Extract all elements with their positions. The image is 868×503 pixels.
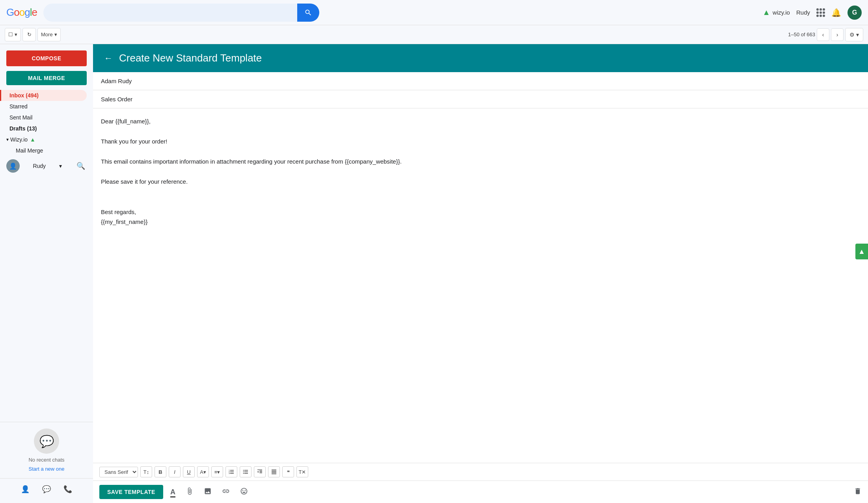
- contacts-icon[interactable]: 👤: [19, 483, 31, 495]
- mail-merge-button[interactable]: MAIL MERGE: [6, 71, 87, 85]
- attachment-button[interactable]: [183, 486, 197, 499]
- google-logo: Google: [6, 6, 37, 19]
- chat-icon[interactable]: 💬: [41, 483, 52, 495]
- user-avatar: 👤: [6, 159, 20, 173]
- top-bar: Google ▲ wizy.io Rudy 🔔 G: [0, 0, 868, 25]
- start-new-link[interactable]: Start a new one: [28, 466, 64, 472]
- sidebar-bottom: 💬 No recent chats Start a new one: [0, 422, 93, 478]
- drafts-label: Drafts: [9, 125, 25, 132]
- font-size-button[interactable]: T↕: [140, 466, 152, 477]
- top-right: ▲ wizy.io Rudy 🔔 G: [762, 6, 862, 20]
- apps-icon[interactable]: [816, 8, 825, 17]
- wizy-tree-icon: ▲: [762, 8, 770, 17]
- notifications-icon[interactable]: 🔔: [831, 8, 841, 17]
- wizy-logo: ▲ wizy.io: [762, 8, 790, 17]
- email-body[interactable]: Dear {{full_name}}, Thank you for your o…: [93, 108, 868, 463]
- from-field: Adam Rudy: [93, 72, 868, 90]
- sidebar-item-mail-merge[interactable]: Mail Merge: [0, 145, 93, 156]
- more-arrow-icon: ▾: [54, 32, 57, 37]
- starred-label: Starred: [9, 103, 28, 110]
- numbered-list-button[interactable]: [225, 466, 237, 477]
- subject-field: Sales Order: [93, 90, 868, 108]
- page-prev-button[interactable]: ‹: [817, 28, 829, 41]
- underline-button[interactable]: U: [183, 466, 195, 477]
- settings-icon: ⚙: [849, 32, 855, 38]
- sent-label: Sent Mail: [9, 114, 32, 121]
- link-button[interactable]: [219, 486, 233, 499]
- sidebar-search-button[interactable]: 🔍: [75, 160, 87, 172]
- right-bell-icon[interactable]: ▲: [855, 244, 868, 259]
- sidebar-item-inbox[interactable]: Inbox (494): [0, 90, 87, 101]
- sidebar-item-drafts[interactable]: Drafts (13): [0, 123, 87, 134]
- no-chats-label: No recent chats: [28, 457, 64, 463]
- inbox-count: (494): [26, 92, 39, 99]
- wizy-section-tree-icon: ▲: [30, 136, 35, 143]
- expand-icon: ▾: [6, 137, 9, 142]
- avatar[interactable]: G: [848, 6, 862, 20]
- text-color-icon: A: [170, 488, 175, 497]
- compose-button[interactable]: COMPOSE: [6, 50, 87, 66]
- phone-icon[interactable]: 📞: [62, 483, 74, 495]
- subject-value: Sales Order: [101, 96, 132, 102]
- save-template-button[interactable]: SAVE TEMPLATE: [99, 485, 163, 499]
- refresh-button[interactable]: ↻: [22, 28, 36, 41]
- font-family-select[interactable]: Sans Serif: [99, 467, 138, 477]
- align-button[interactable]: ≡▾: [211, 466, 223, 477]
- refresh-icon: ↻: [27, 32, 32, 37]
- content-area: ← Create New Standard Template Adam Rudy…: [93, 44, 868, 503]
- sidebar-item-sent[interactable]: Sent Mail: [0, 112, 87, 123]
- more-button[interactable]: More ▾: [37, 28, 61, 41]
- blockquote-button[interactable]: ❝: [282, 466, 294, 477]
- save-toolbar: SAVE TEMPLATE A: [93, 481, 868, 503]
- image-button[interactable]: [201, 486, 215, 499]
- font-size-icon: T↕: [143, 469, 149, 475]
- bold-button[interactable]: B: [155, 466, 166, 477]
- sidebar-item-wizy[interactable]: ▾ Wizy.io ▲: [0, 134, 93, 145]
- mail-merge-nav-label: Mail Merge: [16, 147, 43, 154]
- pagination: 1–50 of 663: [788, 32, 815, 37]
- more-label: More: [41, 32, 53, 37]
- pagination-text: 1–50 of 663: [788, 32, 815, 37]
- chat-placeholder: 💬 No recent chats Start a new one: [28, 428, 64, 472]
- template-title: Create New Standard Template: [119, 52, 262, 64]
- back-arrow-button[interactable]: ←: [104, 53, 113, 63]
- search-input[interactable]: [43, 9, 297, 16]
- chat-avatar-icon: 💬: [34, 428, 59, 454]
- settings-arrow-icon: ▾: [856, 32, 859, 38]
- text-color-format-button[interactable]: A▾: [197, 466, 209, 477]
- page-next-button[interactable]: ›: [831, 28, 844, 41]
- sidebar-icons: 👤 💬 📞: [0, 478, 93, 500]
- search-button[interactable]: [297, 4, 319, 22]
- sidebar-user-name: Rudy: [33, 163, 46, 169]
- italic-button[interactable]: I: [169, 466, 181, 477]
- bullet-list-button[interactable]: [240, 466, 251, 477]
- user-section[interactable]: 👤 Rudy ▾ 🔍: [0, 156, 93, 176]
- wizy-section-label: Wizy.io: [10, 136, 28, 143]
- wizy-label: wizy.io: [773, 9, 790, 16]
- user-dropdown-icon: ▾: [59, 163, 62, 169]
- template-header: ← Create New Standard Template: [93, 44, 868, 72]
- delete-button[interactable]: [854, 487, 862, 497]
- template-form: Adam Rudy Sales Order Dear {{full_name}}…: [93, 72, 868, 463]
- formatting-toolbar: Sans Serif T↕ B I U A▾ ≡▾ ❝ T✕: [93, 463, 868, 481]
- dropdown-arrow-icon: ▾: [15, 32, 17, 37]
- text-color-save-button[interactable]: A: [167, 486, 179, 498]
- from-value: Adam Rudy: [101, 78, 132, 84]
- user-name: Rudy: [796, 9, 810, 16]
- indent-more-button[interactable]: [268, 466, 280, 477]
- toolbar: ☐ ▾ ↻ More ▾ 1–50 of 663 ‹ › ⚙ ▾: [0, 25, 868, 44]
- inbox-label: Inbox: [9, 92, 24, 99]
- settings-button[interactable]: ⚙ ▾: [845, 28, 863, 41]
- main-layout: COMPOSE MAIL MERGE Inbox (494) Starred S…: [0, 44, 868, 503]
- sidebar-item-starred[interactable]: Starred: [0, 101, 87, 112]
- clear-format-button[interactable]: T✕: [296, 466, 308, 477]
- checkbox-icon: ☐: [8, 32, 13, 37]
- drafts-count: (13): [27, 125, 37, 132]
- emoji-button[interactable]: [237, 486, 251, 499]
- search-bar: [43, 4, 319, 22]
- indent-less-button[interactable]: [254, 466, 266, 477]
- select-all-button[interactable]: ☐ ▾: [5, 28, 21, 41]
- sidebar: COMPOSE MAIL MERGE Inbox (494) Starred S…: [0, 44, 93, 503]
